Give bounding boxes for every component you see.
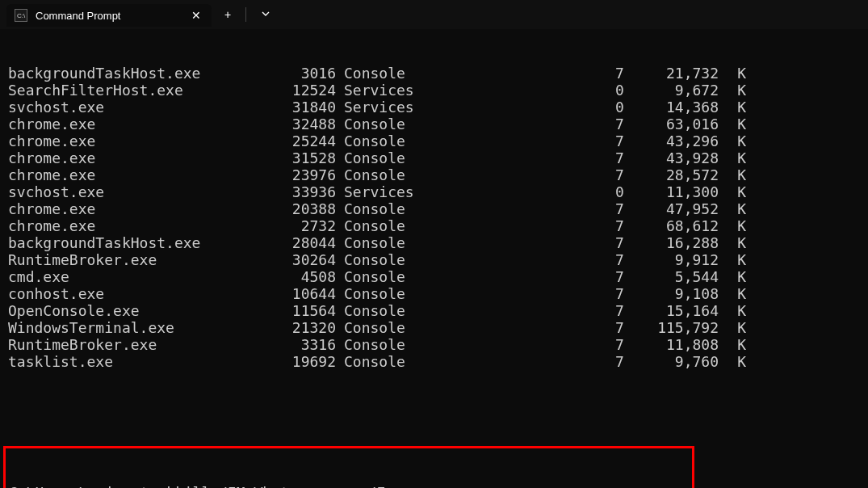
table-row: conhost.exe10644 Console79,108K bbox=[8, 285, 860, 302]
titlebar: C:\ Command Prompt ✕ + bbox=[0, 0, 868, 29]
cell-unit: K bbox=[719, 149, 746, 166]
cell-sessnum: 7 bbox=[615, 116, 623, 133]
cell-mem: 9,672 bbox=[623, 82, 719, 99]
cell-name: svchost.exe bbox=[8, 183, 268, 200]
cell-pid: 4508 bbox=[268, 268, 336, 285]
cell-name: chrome.exe bbox=[8, 116, 268, 133]
cell-mem: 9,108 bbox=[623, 285, 719, 302]
cell-session: Console bbox=[344, 319, 615, 336]
cell-mem: 11,300 bbox=[623, 183, 719, 200]
cell-sess bbox=[336, 268, 344, 285]
cell-name: OpenConsole.exe bbox=[8, 302, 268, 319]
cell-unit: K bbox=[719, 319, 746, 336]
cell-sess bbox=[336, 99, 344, 116]
cell-sessnum: 0 bbox=[615, 183, 623, 200]
cell-mem: 43,296 bbox=[623, 133, 719, 149]
cell-sessnum: 0 bbox=[615, 99, 623, 116]
cell-sess bbox=[336, 285, 344, 302]
cell-sess bbox=[336, 200, 344, 217]
cell-session: Console bbox=[344, 302, 615, 319]
cell-sess bbox=[336, 353, 344, 370]
cell-pid: 3016 bbox=[268, 65, 336, 82]
cell-unit: K bbox=[719, 285, 746, 302]
tab-title: Command Prompt bbox=[36, 10, 181, 22]
cell-session: Console bbox=[344, 200, 615, 217]
cell-session: Console bbox=[344, 217, 615, 234]
cell-sess bbox=[336, 82, 344, 99]
cell-pid: 33936 bbox=[268, 183, 336, 200]
table-row: chrome.exe25244 Console743,296K bbox=[8, 133, 860, 149]
cell-unit: K bbox=[719, 302, 746, 319]
tab-dropdown-button[interactable] bbox=[253, 6, 279, 23]
cell-pid: 32488 bbox=[268, 116, 336, 133]
tab-command-prompt[interactable]: C:\ Command Prompt ✕ bbox=[6, 4, 212, 27]
cell-sess bbox=[336, 65, 344, 82]
cell-unit: K bbox=[719, 82, 746, 99]
cell-mem: 63,016 bbox=[623, 116, 719, 133]
cell-pid: 23976 bbox=[268, 166, 336, 183]
cell-sess bbox=[336, 166, 344, 183]
cell-unit: K bbox=[719, 166, 746, 183]
terminal-output[interactable]: backgroundTaskHost.exe3016 Console721,73… bbox=[0, 29, 868, 488]
new-tab-button[interactable]: + bbox=[216, 6, 239, 23]
cell-pid: 19692 bbox=[268, 353, 336, 370]
cell-sess bbox=[336, 319, 344, 336]
cell-session: Services bbox=[344, 183, 615, 200]
cell-sessnum: 7 bbox=[615, 285, 623, 302]
cell-name: RuntimeBroker.exe bbox=[8, 336, 268, 353]
cell-mem: 5,544 bbox=[623, 268, 719, 285]
cell-session: Console bbox=[344, 234, 615, 251]
cell-sessnum: 0 bbox=[615, 82, 623, 99]
cell-sessnum: 7 bbox=[615, 217, 623, 234]
cell-pid: 12524 bbox=[268, 82, 336, 99]
cell-pid: 31528 bbox=[268, 149, 336, 166]
cell-pid: 30264 bbox=[268, 251, 336, 268]
table-row: RuntimeBroker.exe3316 Console711,808K bbox=[8, 336, 860, 353]
table-row: chrome.exe20388 Console747,952K bbox=[8, 200, 860, 217]
cell-pid: 10644 bbox=[268, 285, 336, 302]
cell-unit: K bbox=[719, 183, 746, 200]
table-row: WindowsTerminal.exe21320 Console7115,792… bbox=[8, 319, 860, 336]
cell-mem: 47,952 bbox=[623, 200, 719, 217]
cell-unit: K bbox=[719, 268, 746, 285]
cell-sessnum: 7 bbox=[615, 166, 623, 183]
cell-session: Console bbox=[344, 133, 615, 149]
cell-name: WindowsTerminal.exe bbox=[8, 319, 268, 336]
cell-sess bbox=[336, 302, 344, 319]
cell-unit: K bbox=[719, 251, 746, 268]
cell-sessnum: 7 bbox=[615, 234, 623, 251]
cell-name: svchost.exe bbox=[8, 99, 268, 116]
cell-sess bbox=[336, 149, 344, 166]
cell-name: backgroundTaskHost.exe bbox=[8, 65, 268, 82]
cell-name: RuntimeBroker.exe bbox=[8, 251, 268, 268]
cell-sess bbox=[336, 217, 344, 234]
command-input-line: C:\Users\ezizg>taskkill /IM Whatsapp.exe… bbox=[9, 484, 689, 488]
table-row: SearchFilterHost.exe12524 Services09,672… bbox=[8, 82, 860, 99]
cell-unit: K bbox=[719, 133, 746, 149]
cell-mem: 9,912 bbox=[623, 251, 719, 268]
cell-mem: 68,612 bbox=[623, 217, 719, 234]
cell-session: Console bbox=[344, 149, 615, 166]
cell-sessnum: 7 bbox=[615, 353, 623, 370]
cell-sess bbox=[336, 234, 344, 251]
cell-unit: K bbox=[719, 234, 746, 251]
cell-mem: 9,760 bbox=[623, 353, 719, 370]
close-icon[interactable]: ✕ bbox=[189, 9, 203, 22]
cell-unit: K bbox=[719, 116, 746, 133]
cell-sessnum: 7 bbox=[615, 65, 623, 82]
cell-name: chrome.exe bbox=[8, 149, 268, 166]
cell-sess bbox=[336, 116, 344, 133]
cell-sessnum: 7 bbox=[615, 149, 623, 166]
divider bbox=[245, 7, 246, 22]
cell-name: chrome.exe bbox=[8, 133, 268, 149]
cmd-icon: C:\ bbox=[15, 9, 27, 22]
cell-mem: 11,808 bbox=[623, 336, 719, 353]
cell-sess bbox=[336, 251, 344, 268]
cell-mem: 15,164 bbox=[623, 302, 719, 319]
cell-pid: 3316 bbox=[268, 336, 336, 353]
cell-sessnum: 7 bbox=[615, 336, 623, 353]
highlighted-command-block: C:\Users\ezizg>taskkill /IM Whatsapp.exe… bbox=[3, 446, 694, 488]
cell-sessnum: 7 bbox=[615, 133, 623, 149]
chevron-down-icon bbox=[261, 9, 270, 19]
cell-mem: 43,928 bbox=[623, 149, 719, 166]
